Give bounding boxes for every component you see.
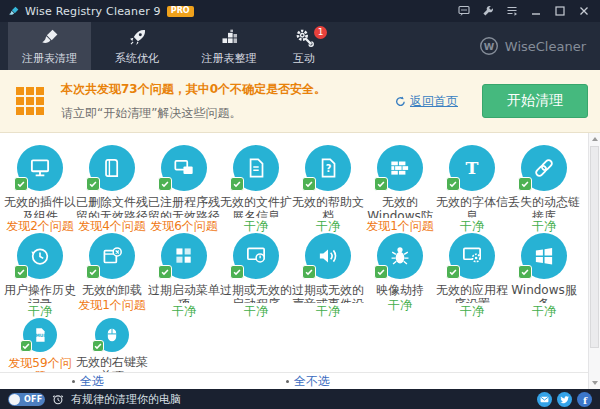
select-all-link[interactable]: 全选 (72, 373, 104, 390)
scan-item-screens[interactable]: 已注册程序残留的无效路径发现6个问题 (148, 145, 220, 233)
item-checkbox[interactable] (158, 177, 172, 191)
scan-item-startmenu[interactable]: 过期启动菜单项干净 (148, 233, 220, 318)
item-status[interactable]: 发现2个问题 (6, 220, 74, 233)
scan-item-history[interactable]: 用户操作历史记录干净 (4, 233, 76, 318)
select-none-link[interactable]: 全不选 (286, 373, 330, 390)
item-status[interactable]: 发现1个问题 (366, 220, 434, 233)
item-status: 干净 (244, 220, 268, 233)
scan-item-doc-question[interactable]: ?无效的帮助文档干净 (292, 145, 364, 233)
item-status: 干净 (28, 305, 52, 318)
schedule-hint-text: 有规律的清理你的电脑 (71, 392, 181, 407)
item-checkbox[interactable] (14, 177, 28, 191)
scan-item-firewall[interactable]: 无效的Windows防火发现1个问题 (364, 145, 436, 233)
item-status[interactable]: 发现59个问题 (4, 357, 76, 372)
item-checkbox[interactable] (446, 177, 460, 191)
item-checkbox[interactable] (20, 340, 32, 352)
svg-text:W: W (484, 41, 495, 52)
scan-result-headline: 本次共发现73个问题，其中0个不确定是否安全。 (61, 81, 326, 98)
item-checkbox[interactable] (518, 177, 532, 191)
brush-icon (39, 26, 60, 48)
item-status: 干净 (316, 220, 340, 233)
item-checkbox[interactable] (14, 265, 28, 279)
item-checkbox[interactable] (86, 177, 100, 191)
scan-item-mouse[interactable]: 无效的右键菜单项 (76, 318, 148, 372)
twitter-icon[interactable] (557, 392, 572, 407)
scan-items-panel: 无效的插件以及组件发现2个问题已删除文件残留的无效路径发现4个问题已注册程序残留… (0, 133, 600, 389)
tab-community[interactable]: 互动1 (275, 22, 333, 70)
item-checkbox[interactable] (302, 265, 316, 279)
scan-item-uninstall[interactable]: 无效的卸载发现1个问题 (76, 233, 148, 318)
wisecleaner-logo[interactable]: W WiseCleaner (479, 22, 586, 70)
item-label: 映像劫持 (364, 283, 436, 297)
nav-bar: 注册表清理系统优化注册表整理互动1 W WiseCleaner (0, 22, 600, 70)
item-checkbox[interactable] (158, 265, 172, 279)
scan-item-startup[interactable]: 过期或无效的启动程序干净 (220, 233, 292, 318)
selection-links-row: 全选 全不选 (0, 372, 588, 389)
scan-item-link[interactable]: 丢失的动态链接库干净 (508, 145, 580, 233)
item-label: 无效的帮助文档 (292, 195, 364, 218)
tab-label: 注册表清理 (22, 51, 77, 66)
tab-label: 注册表整理 (202, 51, 257, 66)
window-title: Wise Registry Cleaner 9 (25, 5, 161, 18)
item-checkbox[interactable] (92, 340, 104, 352)
settings-wrench-button[interactable] (476, 1, 500, 21)
svg-text:T: T (466, 158, 479, 178)
back-home-link[interactable]: 返回首页 (395, 93, 458, 110)
item-checkbox[interactable] (446, 265, 460, 279)
scan-item-app-settings[interactable]: 无效的应用程序设置干净 (436, 233, 508, 318)
scan-item-windows[interactable]: Windows服务干净 (508, 233, 580, 318)
item-label: 无效的右键菜单项 (76, 355, 148, 372)
scan-item-doc-lines[interactable]: 无效的文件扩展名信息干净 (220, 145, 292, 233)
minimize-button[interactable] (524, 1, 548, 21)
tab-system-tuneup[interactable]: 系统优化 (91, 22, 183, 70)
item-checkbox[interactable] (302, 177, 316, 191)
item-label: 丢失的动态链接库 (508, 195, 580, 218)
scan-item-font[interactable]: T无效的字体信息干净 (436, 145, 508, 233)
scan-item-book[interactable]: 已删除文件残留的无效路径发现4个问题 (76, 145, 148, 233)
feedback-button[interactable] (452, 1, 476, 21)
notification-badge: 1 (314, 26, 327, 39)
item-checkbox[interactable] (374, 265, 388, 279)
scan-item-monitor[interactable]: 无效的插件以及组件发现2个问题 (4, 145, 76, 233)
item-status: 干净 (244, 305, 268, 318)
app-window: Wise Registry Cleaner 9 PRO 注册表清理系统优化注册表… (0, 0, 600, 409)
item-status[interactable]: 发现1个问题 (78, 299, 146, 312)
item-label: 无效的Windows防火 (364, 195, 436, 218)
start-clean-button[interactable]: 开始清理 (482, 84, 588, 118)
scan-item-mui[interactable]: MUIMUI缓存发现59个问题 (4, 318, 76, 372)
facebook-icon[interactable]: f (577, 392, 592, 407)
item-checkbox[interactable] (230, 177, 244, 191)
item-status: 干净 (460, 220, 484, 233)
scrollbar-thumb[interactable] (590, 146, 599, 348)
item-label: 用户操作历史记录 (4, 283, 76, 303)
vertical-scrollbar[interactable] (588, 133, 600, 389)
close-button[interactable] (572, 1, 596, 21)
item-status[interactable]: 发现4个问题 (78, 220, 146, 233)
item-label: 已删除文件残留的无效路径 (76, 195, 148, 218)
item-status[interactable]: 发现6个问题 (150, 220, 218, 233)
mail-icon[interactable] (537, 392, 552, 407)
schedule-toggle[interactable]: OFF (8, 393, 45, 406)
item-label: 无效的文件扩展名信息 (220, 195, 292, 218)
svg-text:MUI: MUI (36, 333, 46, 338)
scan-item-sound[interactable]: 过期或无效的声音或事件设干净 (292, 233, 364, 318)
item-checkbox[interactable] (86, 265, 100, 279)
pro-badge: PRO (167, 6, 194, 17)
item-checkbox[interactable] (518, 265, 532, 279)
tab-registry-clean[interactable]: 注册表清理 (8, 22, 91, 70)
scan-item-bug[interactable]: 映像劫持干净 (364, 233, 436, 318)
tab-registry-defrag[interactable]: 注册表整理 (183, 22, 275, 70)
scan-summary-bar: 本次共发现73个问题，其中0个不确定是否安全。 请立即“开始清理”解决这些问题。… (0, 70, 600, 133)
scroll-up-arrow[interactable] (589, 133, 600, 145)
item-checkbox[interactable] (374, 177, 388, 191)
item-label: 无效的插件以及组件 (4, 195, 76, 218)
item-checkbox[interactable] (230, 265, 244, 279)
item-status: 干净 (316, 305, 340, 318)
item-label: Windows服务 (508, 283, 580, 303)
scroll-down-arrow[interactable] (589, 377, 600, 389)
item-label: 过期启动菜单项 (148, 283, 220, 303)
item-status: 干净 (388, 299, 412, 312)
maximize-button[interactable] (548, 1, 572, 21)
bullet-icon (72, 380, 75, 383)
menu-button[interactable] (500, 1, 524, 21)
